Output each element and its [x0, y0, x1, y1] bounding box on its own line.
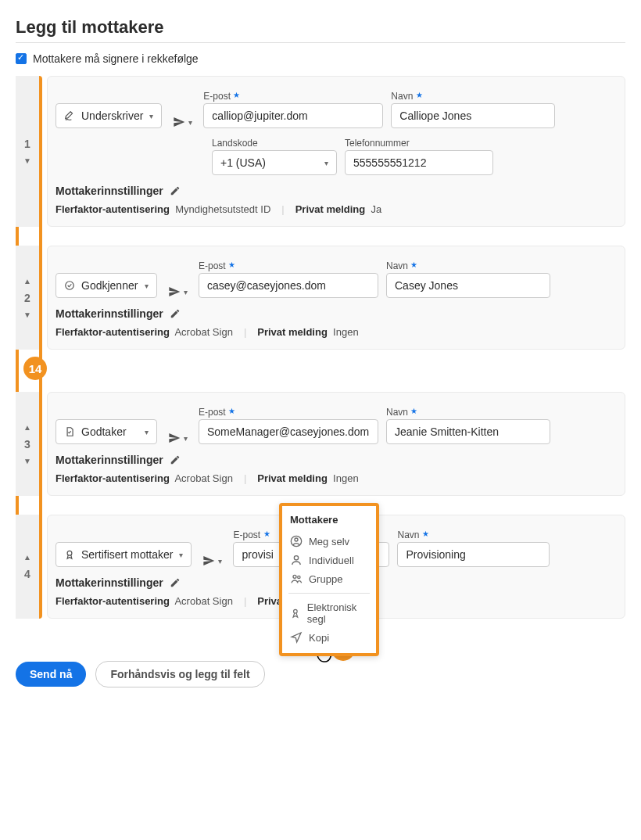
recipient-type-popup: Mottakere Meg selv Individuell Gruppe: [279, 503, 379, 656]
page-container: Legg til mottakere Mottakere må signere …: [0, 0, 641, 719]
role-label: Godtaker: [81, 425, 127, 438]
delivery-method-select[interactable]: ▾: [199, 555, 225, 567]
check-circle-icon: [64, 280, 75, 291]
chevron-down-icon: ▾: [188, 118, 192, 127]
role-label: Godkjenner: [81, 279, 138, 292]
role-select[interactable]: Sertifisert mottaker ▾: [56, 542, 192, 567]
role-select[interactable]: Underskriver ▾: [56, 103, 162, 128]
name-input[interactable]: [386, 273, 550, 298]
seal-icon: [290, 607, 301, 619]
recipient-settings-heading: Mottakerinnstillinger: [56, 185, 163, 197]
country-code-label: Landskode: [212, 138, 337, 149]
sign-in-order-checkbox[interactable]: [16, 53, 27, 64]
popup-item-seal[interactable]: Elektronisk segl: [288, 598, 370, 628]
chevron-down-icon: ▾: [184, 288, 188, 296]
recipient-card: Godkjenner ▾ ▾ E-post ★ Navn ★: [47, 246, 625, 350]
mfa-value: Acrobat Sign: [174, 326, 232, 338]
svg-point-3: [295, 538, 298, 541]
email-label: E-post ★: [199, 407, 378, 418]
document-check-icon: [64, 426, 75, 437]
delivery-method-select[interactable]: ▾: [165, 285, 191, 298]
chevron-down-icon[interactable]: ▼: [23, 156, 31, 165]
svg-point-0: [66, 282, 74, 290]
popup-item-group[interactable]: Gruppe: [288, 569, 370, 588]
email-label: E-post ★: [203, 91, 383, 102]
sign-in-order-label: Mottakere må signere i rekkefølge: [33, 52, 199, 65]
recipient-card: Sertifisert mottaker ▾ ▾ E-post ★ Navn ★: [47, 515, 625, 619]
chevron-down-icon: ▾: [145, 428, 149, 436]
mfa-value: Acrobat Sign: [174, 472, 232, 484]
mfa-value: Myndighetsutstedt ID: [175, 203, 270, 215]
chevron-up-icon[interactable]: ▲: [23, 553, 31, 562]
name-input[interactable]: [397, 542, 550, 567]
role-select[interactable]: Godtaker ▾: [56, 419, 157, 444]
recipient-row: 1 ▼ Underskriver ▾: [16, 76, 625, 227]
user-circle-icon: [290, 535, 303, 547]
recipient-row: ▲ 3 ▼ Godtaker ▾: [16, 392, 625, 496]
role-label: Sertifisert mottaker: [81, 548, 173, 561]
edit-settings-button[interactable]: [170, 308, 181, 319]
popup-item-individual[interactable]: Individuell: [288, 551, 370, 569]
email-label: E-post ★: [199, 260, 378, 271]
chevron-down-icon: ▾: [184, 434, 188, 443]
send-icon: [173, 116, 185, 128]
phone-label: Telefonnummer: [345, 138, 493, 149]
chevron-down-icon: ▾: [149, 112, 153, 120]
chevron-up-icon[interactable]: ▲: [23, 423, 31, 432]
recipient-card: Underskriver ▾ ▾ E-post ★ Navn ★: [47, 76, 625, 227]
order-column: ▲ 4: [16, 515, 39, 619]
recipients-list: 1 ▼ Underskriver ▾: [16, 76, 625, 619]
mfa-value: Acrobat Sign: [174, 595, 232, 607]
name-label: Navn ★: [397, 529, 550, 540]
country-code-select[interactable]: +1 (USA) ▾: [212, 150, 337, 175]
person-icon: [290, 554, 303, 566]
chevron-down-icon[interactable]: ▼: [23, 311, 31, 319]
delivery-method-select[interactable]: ▾: [165, 432, 191, 444]
email-input[interactable]: [199, 419, 378, 444]
recipient-settings-heading: Mottakerinnstillinger: [56, 576, 163, 589]
chevron-down-icon: ▾: [179, 551, 183, 559]
edit-settings-button[interactable]: [170, 454, 181, 465]
chevron-down-icon[interactable]: ▼: [23, 457, 31, 465]
delivery-method-select[interactable]: ▾: [170, 116, 195, 128]
name-label: Navn ★: [386, 260, 550, 271]
recipient-row: ▲ 2 ▼ Godkjenner ▾: [16, 246, 625, 350]
phone-input[interactable]: [345, 150, 493, 175]
send-icon: [202, 555, 215, 567]
name-label: Navn ★: [386, 407, 550, 418]
svg-point-1: [67, 551, 72, 555]
role-label: Underskriver: [81, 109, 143, 122]
callout-14: 14: [23, 357, 47, 380]
popup-item-copy[interactable]: Kopi: [288, 628, 370, 647]
email-input[interactable]: [199, 273, 378, 298]
chevron-up-icon[interactable]: ▲: [23, 277, 31, 285]
chevron-down-icon: ▾: [324, 159, 328, 167]
order-number: 1: [24, 138, 30, 150]
footer-actions: Send nå Forhåndsvis og legg til felt: [16, 661, 625, 687]
email-input[interactable]: [203, 103, 383, 128]
name-input[interactable]: [391, 103, 555, 128]
recipient-card: Godtaker ▾ ▾ E-post ★ Navn ★: [47, 392, 625, 496]
svg-point-6: [298, 576, 300, 578]
svg-point-4: [294, 556, 298, 560]
order-number: 4: [24, 568, 30, 580]
order-column: ▲ 3 ▼: [16, 392, 39, 496]
name-label: Navn ★: [391, 91, 555, 102]
group-icon: [290, 573, 303, 585]
send-now-button[interactable]: Send nå: [16, 662, 86, 687]
preview-fields-button[interactable]: Forhåndsvis og legg til felt: [95, 661, 264, 687]
svg-point-5: [293, 575, 296, 578]
order-column: ▲ 2 ▼: [16, 246, 39, 350]
edit-settings-button[interactable]: [170, 185, 181, 196]
private-msg-value: Ingen: [333, 326, 359, 338]
order-number: 2: [24, 292, 30, 304]
pen-icon: [64, 110, 75, 121]
spacer: 14: [16, 368, 625, 392]
name-input[interactable]: [386, 419, 550, 444]
edit-settings-button[interactable]: [170, 577, 181, 588]
popup-item-myself[interactable]: Meg selv: [288, 532, 370, 551]
sign-in-order-row[interactable]: Mottakere må signere i rekkefølge: [16, 52, 625, 65]
send-icon: [290, 631, 303, 644]
role-select[interactable]: Godkjenner ▾: [56, 273, 157, 298]
order-number: 3: [24, 438, 30, 451]
